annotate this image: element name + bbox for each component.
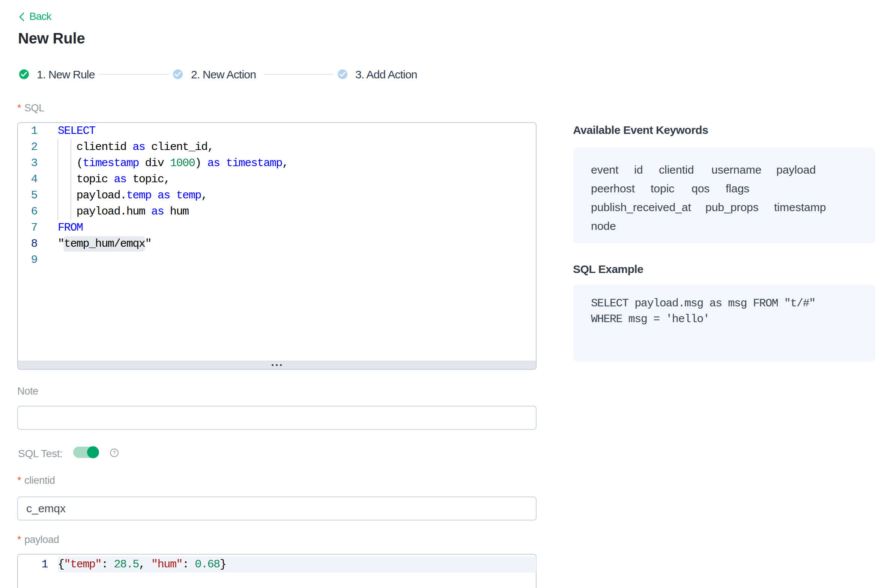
svg-text:?: ? <box>113 450 116 456</box>
